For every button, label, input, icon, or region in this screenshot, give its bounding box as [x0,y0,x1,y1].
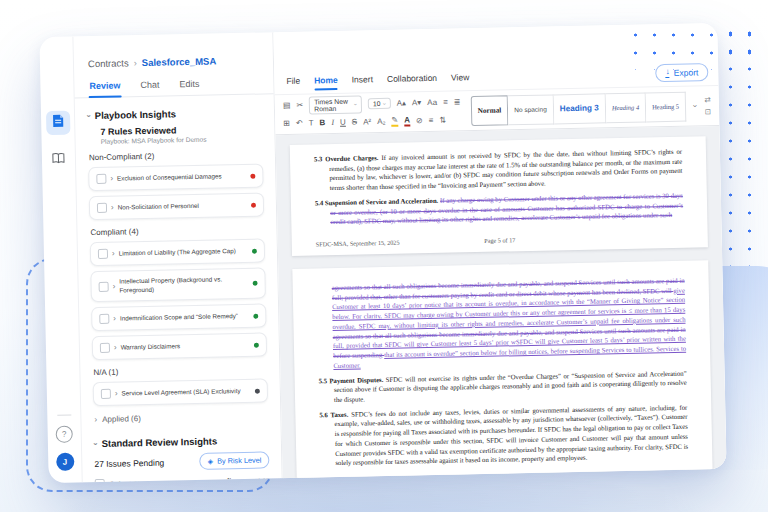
font-increase-icon[interactable]: A▴ [397,99,407,107]
editor-menu: FileHomeInsertCollaborationView [286,72,469,90]
rule-card[interactable]: ›Exclusion of Consequential Damages [88,163,263,191]
chevron-right-icon: › [115,390,118,398]
style-heading-5[interactable]: Heading 5 [646,91,687,122]
rule-checkbox[interactable] [96,174,106,184]
font-decrease-icon[interactable]: A▾ [412,99,422,107]
document-canvas[interactable]: 5.3 Overdue Charges. If any invoiced amo… [276,126,727,478]
font-color-icon[interactable]: A [404,116,410,126]
chevron-right-icon: › [113,282,116,290]
doc-heading: 5.5 Payment Disputes. [319,375,386,383]
document-icon [52,114,64,132]
rule-card[interactable]: ›Service Level Agreement (SLA) Exclusivi… [93,378,268,406]
standard-review-header[interactable]: › Standard Review Insights [94,434,269,449]
format-text-icon[interactable]: T [309,119,314,127]
rule-label: Indemnification Scope and “Sole Remedy” [120,312,249,323]
line-spacing-icon[interactable]: ⇅ [439,116,446,124]
superscript-icon[interactable]: A² [363,118,371,126]
applied-toggle[interactable]: › Applied (6) [94,411,268,424]
highlight-icon[interactable]: ✎ [391,116,398,126]
style-heading-4[interactable]: Heading 4 [606,92,647,123]
doc-paragraph-5.3: 5.3 Overdue Charges. If any invoiced amo… [314,147,683,194]
app-window: ? J Contracts › Salesforce_MSA ReviewCha… [39,23,726,483]
rule-status-dot [252,248,257,253]
by-risk-level-button[interactable]: ◈ By Risk Level [200,451,270,469]
doc-run: If any invoiced amount is not received b… [329,148,682,192]
menu-file[interactable]: File [286,76,300,90]
menu-home[interactable]: Home [314,75,338,89]
share-icon[interactable]: ⇄ [704,96,710,104]
issues-pending-count: 27 Issues Pending [94,457,164,468]
font-family-select[interactable]: Times New Roman› [309,95,362,114]
italic-icon[interactable]: I [331,118,334,126]
playbook-insights-title: Playbook Insights [95,108,177,121]
text-case-icon[interactable]: Aa [427,98,437,106]
rule-card[interactable]: ›Indemnification Scope and “Sole Remedy” [91,303,266,331]
numbered-list-icon[interactable]: ≣ [454,98,461,106]
rule-status-dot [251,202,256,207]
bold-icon[interactable]: B [319,119,325,127]
breadcrumb-contracts-link[interactable]: Contracts [88,57,129,69]
rule-card[interactable]: ›Non-Solicitation of Personnel [89,192,264,220]
document-page-5: 5.3 Overdue Charges. If any invoiced amo… [290,136,708,256]
menu-view[interactable]: View [451,72,470,86]
review-sidebar: Contracts › Salesforce_MSA ReviewChatEdi… [73,32,282,482]
risk-level-icon: ◈ [208,457,214,465]
playbook-insights-header[interactable]: › Playbook Insights [87,107,262,122]
document-page-6: agreements so that all such obligations … [292,260,712,478]
rule-status-dot [250,173,255,178]
sidebar-scroll-area[interactable]: › Playbook Insights 7 Rules Reviewed Pla… [75,94,282,482]
rule-groups: Non-Compliant (2)›Exclusion of Consequen… [88,149,268,406]
underline-icon[interactable]: U [340,118,346,126]
style-no-spacing[interactable]: No spacing [508,94,554,125]
chevron-down-icon: › [353,103,359,105]
doc-paragraph-5.6: 5.6 Taxes. SFDC’s fees do not include an… [319,402,688,468]
font-size-icons: A▴A▾Aa≡≣ [397,98,461,107]
style-gallery-expand-icon[interactable]: › [691,104,700,107]
rail-library-button[interactable] [46,147,70,171]
rule-card[interactable]: ›Limitation of Liability (The Aggregate … [90,238,265,266]
save-icon[interactable]: ▤ [283,101,291,109]
rail-divider [57,415,71,416]
rule-label: Exclusion of Consequential Damages [117,172,246,183]
rule-label: Warranty Disclaimers [121,341,250,352]
rule-checkbox[interactable] [99,314,109,324]
print-icon[interactable]: ⊞ [283,119,290,127]
rule-card[interactable]: ›Warranty Disclaimers [92,332,267,360]
clear-format-icon[interactable]: ⊘ [416,117,423,125]
cut-icon[interactable]: ✂ [296,101,303,109]
help-button[interactable]: ? [56,426,73,443]
select-all-checkbox[interactable] [95,479,105,482]
font-size-select[interactable]: 10› [368,98,391,109]
rule-status-dot [254,342,259,347]
tab-chat[interactable]: Chat [139,76,160,96]
strikethrough-icon[interactable]: S [352,118,358,126]
rule-checkbox[interactable] [101,389,111,399]
dot-grid-decor-front [626,26,762,70]
rule-checkbox[interactable] [99,281,109,291]
doc-heading: 5.6 Taxes. [319,410,351,418]
undo-icon[interactable]: ↶ [296,119,303,127]
select-area-icon[interactable]: ⊡ [705,108,711,116]
doc-paragraph-5.5: 5.5 Payment Disputes. SFDC will not exer… [319,368,688,405]
doc-paragraph-redline: agreements so that all such obligations … [317,276,687,371]
doc-run: SFDC’s fees do not include any taxes, le… [334,403,688,466]
rule-card[interactable]: ›Intellectual Property (Background vs. F… [90,267,266,302]
document-panel: FileHomeInsertCollaborationView ↓ Export… [273,23,726,478]
subscript-icon[interactable]: A₂ [377,117,386,125]
rail-documents-button[interactable] [45,111,69,135]
rule-status-dot [255,388,260,393]
bullet-list-icon[interactable]: ≡ [443,98,448,106]
style-normal[interactable]: Normal [470,95,508,126]
tab-review[interactable]: Review [88,76,121,97]
menu-collaboration[interactable]: Collaboration [387,73,437,88]
align-justify-icon[interactable]: ≡ [429,116,434,124]
rule-checkbox[interactable] [100,343,110,353]
rule-label: Limitation of Liability (The Aggregate C… [119,247,248,258]
style-heading-3[interactable]: Heading 3 [553,93,606,124]
user-avatar[interactable]: J [56,453,74,471]
tab-edits[interactable]: Edits [178,75,200,95]
doc-footer-page-number: Page 5 of 17 [470,236,529,244]
rule-checkbox[interactable] [97,203,107,213]
menu-insert[interactable]: Insert [352,74,374,88]
rule-checkbox[interactable] [98,249,108,259]
